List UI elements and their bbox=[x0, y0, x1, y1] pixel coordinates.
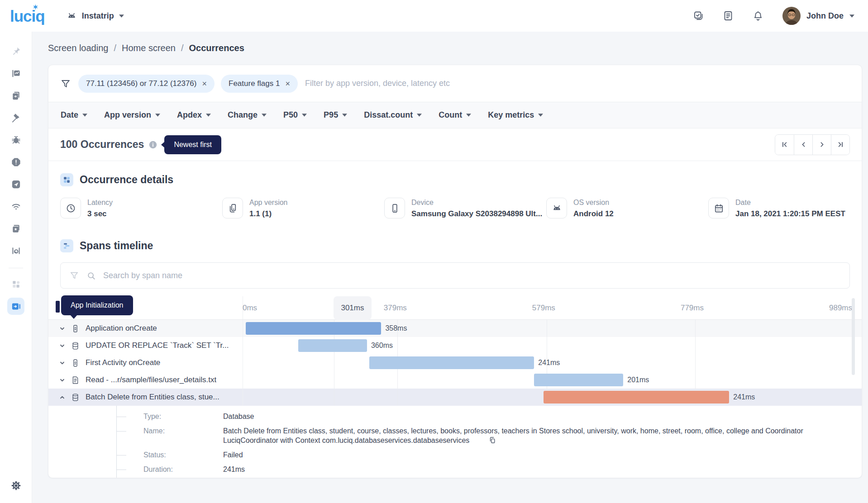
sort-tooltip: Newest first bbox=[164, 135, 221, 154]
filter-bar: 77.11 (123456) or 77.12 (12376)×Feature … bbox=[48, 65, 862, 102]
prev-page-button[interactable] bbox=[794, 135, 812, 155]
sidebar-item-apps-grid[interactable] bbox=[7, 275, 24, 293]
span-row[interactable]: First Activity onCreate241ms bbox=[48, 354, 862, 371]
field-label: Latency bbox=[87, 199, 113, 207]
sidebar-item-featured-cards[interactable] bbox=[7, 220, 24, 237]
timeline-header: App Initialization 0ms301ms379ms579ms779… bbox=[48, 296, 862, 320]
span-duration-label: 241ms bbox=[538, 359, 560, 367]
axis-tick: 379ms bbox=[384, 304, 407, 313]
obscured-label bbox=[56, 301, 60, 313]
sidebar-item-bug[interactable] bbox=[7, 131, 24, 148]
scrollbar-thumb[interactable] bbox=[852, 298, 855, 375]
sidebar-item-screen-loading[interactable] bbox=[7, 298, 24, 315]
span-row[interactable]: Batch Delete from Entities class, stue..… bbox=[48, 389, 862, 406]
span-detail-value: Database bbox=[223, 412, 254, 421]
remove-chip-button[interactable]: × bbox=[202, 80, 207, 88]
span-row[interactable]: Read - ...r/sample/files/user_details.tx… bbox=[48, 371, 862, 389]
menu-apdex[interactable]: Apdex bbox=[177, 110, 211, 120]
breadcrumb-link[interactable]: Home screen bbox=[122, 43, 176, 53]
chevron-up-icon[interactable] bbox=[59, 394, 65, 400]
database-icon bbox=[71, 342, 80, 350]
filter-input[interactable]: Filter by app version, device, latency e… bbox=[305, 79, 450, 88]
menu-date[interactable]: Date bbox=[61, 110, 87, 120]
user-menu[interactable]: John Doe bbox=[782, 7, 854, 25]
chevron-down-icon[interactable] bbox=[59, 343, 65, 349]
span-row-name-cell: Batch Delete from Entities class, stue..… bbox=[48, 393, 243, 402]
performance-chart-icon bbox=[11, 68, 21, 79]
apps-grid-icon bbox=[11, 279, 21, 289]
span-search-panel bbox=[60, 262, 850, 289]
span-duration-bar[interactable] bbox=[369, 356, 534, 369]
breadcrumb: Screen loading/Home screen/Occurrences bbox=[48, 43, 868, 53]
menu-count[interactable]: Count bbox=[439, 110, 471, 120]
luciq-logo[interactable]: luciq bbox=[10, 8, 45, 24]
sidebar-item-launch[interactable] bbox=[7, 176, 24, 193]
menu-label: Apdex bbox=[177, 110, 202, 120]
span-detail-panel: Type:DatabaseName:Batch Delete from Enti… bbox=[48, 406, 862, 478]
span-duration-bar[interactable] bbox=[544, 391, 729, 403]
settings-button[interactable] bbox=[7, 477, 24, 494]
sidebar-item-screen-transition[interactable] bbox=[7, 87, 24, 104]
app-switcher[interactable]: Instatrip bbox=[67, 11, 124, 21]
remove-chip-button[interactable]: × bbox=[285, 80, 290, 88]
filter-chip: Feature flags 1× bbox=[221, 75, 298, 93]
span-duration-bar[interactable] bbox=[534, 374, 623, 386]
menu-app-version[interactable]: App version bbox=[104, 110, 160, 120]
app-version-icon bbox=[222, 198, 243, 218]
menu-p50[interactable]: P50 bbox=[283, 110, 307, 120]
next-page-button[interactable] bbox=[812, 135, 831, 155]
filter-icon bbox=[60, 78, 71, 89]
gear-icon bbox=[10, 480, 22, 491]
menu-dissat-count[interactable]: Dissat.count bbox=[364, 110, 422, 120]
axis-tick[interactable]: 301ms bbox=[334, 296, 372, 320]
span-duration-bar[interactable] bbox=[298, 339, 367, 352]
occurrence-field: DeviceSamsung Galaxy S2038294898 Ult... bbox=[384, 198, 546, 218]
span-detail-label: Status: bbox=[143, 450, 223, 460]
field-label: App version bbox=[249, 199, 288, 207]
occurrence-field: OS versionAndroid 12 bbox=[546, 198, 708, 218]
spans-timeline-header: Spans timeline bbox=[48, 232, 862, 252]
notes-icon[interactable] bbox=[723, 10, 734, 21]
tasks-icon[interactable] bbox=[693, 10, 704, 21]
info-icon[interactable] bbox=[149, 141, 157, 149]
chevron-down-icon[interactable] bbox=[59, 326, 65, 332]
span-duration-bar[interactable] bbox=[246, 322, 382, 335]
last-page-button[interactable] bbox=[831, 135, 849, 155]
first-page-button[interactable] bbox=[775, 135, 794, 155]
menu-p95[interactable]: P95 bbox=[324, 110, 347, 120]
sidebar-item-screen-rotation[interactable] bbox=[7, 242, 24, 259]
occurrence-details-icon bbox=[60, 173, 73, 186]
field-text: DeviceSamsung Galaxy S2038294898 Ult... bbox=[411, 198, 542, 218]
breadcrumb-separator: / bbox=[181, 43, 184, 53]
occurrences-toolbar: 100 Occurrences Newest first bbox=[48, 128, 862, 161]
sidebar-item-network[interactable] bbox=[7, 198, 24, 215]
span-track: 241ms bbox=[243, 354, 862, 371]
span-search-input[interactable] bbox=[103, 271, 841, 280]
page-prev-icon bbox=[800, 141, 807, 148]
filter-icon[interactable] bbox=[69, 270, 79, 280]
bell-icon[interactable] bbox=[753, 10, 763, 21]
span-detail-row: Duration:241ms bbox=[48, 465, 850, 474]
flag-icon bbox=[11, 113, 21, 123]
span-row[interactable]: UPDATE OR REPLACE `Track` SET `Tr...360m… bbox=[48, 337, 862, 354]
crash-alert-icon bbox=[11, 157, 21, 167]
span-detail-row: Name:Batch Delete from Entities class, s… bbox=[48, 426, 850, 445]
sidebar-item-crash-alert[interactable] bbox=[7, 153, 24, 171]
copy-icon[interactable] bbox=[488, 436, 496, 444]
menu-label: P95 bbox=[324, 110, 338, 120]
chevron-down-icon[interactable] bbox=[59, 377, 65, 383]
menu-key-metrics[interactable]: Key metrics bbox=[488, 110, 543, 120]
filter-chips: 77.11 (123456) or 77.12 (12376)×Feature … bbox=[78, 75, 298, 93]
sidebar-item-performance-chart[interactable] bbox=[7, 65, 24, 82]
time-axis: 0ms301ms379ms579ms779ms989ms bbox=[243, 296, 862, 319]
sidebar-item-pin[interactable] bbox=[7, 43, 24, 60]
menu-change[interactable]: Change bbox=[228, 110, 267, 120]
sidebar-item-flag[interactable] bbox=[7, 109, 24, 126]
clock-icon bbox=[60, 198, 81, 218]
breadcrumb-link[interactable]: Screen loading bbox=[48, 43, 108, 53]
breadcrumb-separator: / bbox=[114, 43, 116, 53]
launch-icon bbox=[11, 179, 21, 190]
chevron-down-icon[interactable] bbox=[59, 360, 65, 366]
occurrence-field: Latency3 sec bbox=[60, 198, 222, 218]
span-row[interactable]: Application onCreate358ms bbox=[48, 320, 862, 337]
